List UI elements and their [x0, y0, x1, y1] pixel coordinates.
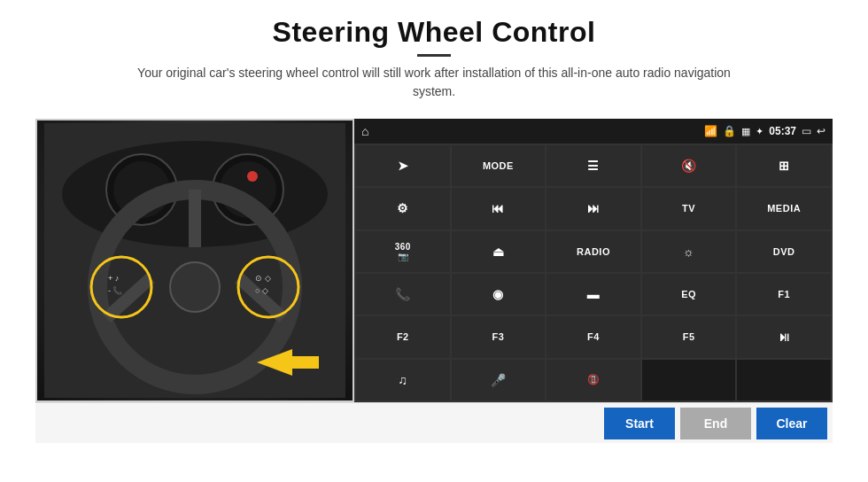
btn-next[interactable]: ⏭ — [546, 188, 640, 229]
end-button[interactable]: End — [680, 408, 751, 439]
btn-eject[interactable]: ⏏ — [452, 231, 546, 272]
svg-text:- 📞: - 📞 — [108, 285, 123, 296]
svg-text:⊙ ◇: ⊙ ◇ — [255, 274, 271, 283]
steering-wheel-bg: + ♪ - 📞 ⊙ ◇ ○ ◇ — [37, 120, 353, 400]
btn-empty1 — [642, 360, 736, 400]
btn-playpause[interactable]: ⏯ — [737, 316, 831, 357]
btn-send[interactable]: ➤ — [356, 145, 450, 186]
svg-text:○ ◇: ○ ◇ — [255, 286, 268, 295]
btn-f3[interactable]: F3 — [452, 316, 546, 357]
subtitle: Your original car's steering wheel contr… — [115, 64, 753, 101]
btn-call[interactable]: 📵 — [546, 360, 640, 400]
btn-grid[interactable]: ⊞ — [737, 145, 831, 186]
btn-mic[interactable]: 🎤 — [452, 360, 546, 400]
btn-mode[interactable]: MODE — [452, 145, 546, 186]
btn-screen[interactable]: ▬ — [546, 274, 640, 315]
wifi-icon: 📶 — [704, 125, 717, 137]
btn-settings[interactable]: ⚙ — [356, 188, 450, 229]
content-area: + ♪ - 📞 ⊙ ◇ ○ ◇ ⌂ 📶 🔒 — [35, 119, 833, 402]
home-icon[interactable]: ⌂ — [361, 124, 368, 138]
steering-wheel-photo: + ♪ - 📞 ⊙ ◇ ○ ◇ — [35, 119, 354, 402]
btn-f2[interactable]: F2 — [356, 316, 450, 357]
time-display: 05:37 — [769, 125, 796, 137]
start-button[interactable]: Start — [604, 408, 675, 439]
btn-f1[interactable]: F1 — [737, 274, 831, 315]
svg-point-11 — [170, 262, 220, 312]
btn-radio[interactable]: RADIO — [546, 231, 640, 272]
btn-music[interactable]: ♫ — [356, 360, 450, 400]
btn-media[interactable]: MEDIA — [737, 188, 831, 229]
btn-brightness[interactable]: ☼ — [642, 231, 736, 272]
btn-mute[interactable]: 🔇 — [642, 145, 736, 186]
steering-wheel-svg: + ♪ - 📞 ⊙ ◇ ○ ◇ — [44, 123, 345, 398]
bt-icon: ✦ — [756, 126, 763, 137]
title-divider — [417, 54, 451, 57]
back-icon: ↩ — [817, 125, 825, 137]
btn-tv[interactable]: TV — [642, 188, 736, 229]
page-title: Steering Wheel Control — [115, 16, 753, 49]
status-left: ⌂ — [361, 124, 368, 138]
btn-prev[interactable]: ⏮ — [452, 188, 546, 229]
android-panel: ⌂ 📶 🔒 ▦ ✦ 05:37 ▭ ↩ ➤ MODE ☰ 🔇 — [354, 119, 833, 402]
btn-gps[interactable]: ◉ — [452, 274, 546, 315]
btn-empty2 — [737, 360, 831, 400]
btn-360[interactable]: 360📷 — [356, 231, 450, 272]
screen-icon: ▭ — [802, 125, 811, 137]
svg-point-6 — [247, 171, 258, 182]
title-section: Steering Wheel Control Your original car… — [115, 16, 753, 113]
btn-eq[interactable]: EQ — [642, 274, 736, 315]
btn-f5[interactable]: F5 — [642, 316, 736, 357]
page-wrapper: Steering Wheel Control Your original car… — [0, 0, 868, 482]
btn-phone[interactable]: 📞 — [356, 274, 450, 315]
svg-text:+ ♪: + ♪ — [108, 274, 119, 283]
btn-list[interactable]: ☰ — [546, 145, 640, 186]
button-grid: ➤ MODE ☰ 🔇 ⊞ ⚙ ⏮ ⏭ TV MEDIA 360📷 ⏏ RADIO… — [354, 144, 833, 402]
status-bar: ⌂ 📶 🔒 ▦ ✦ 05:37 ▭ ↩ — [354, 119, 833, 144]
sd-icon: ▦ — [741, 126, 750, 137]
bottom-action-bar: Start End Clear — [35, 402, 833, 443]
btn-f4[interactable]: F4 — [546, 316, 640, 357]
btn-dvd[interactable]: DVD — [737, 231, 831, 272]
clear-button[interactable]: Clear — [756, 408, 827, 439]
lock-icon: 🔒 — [723, 125, 736, 137]
status-right: 📶 🔒 ▦ ✦ 05:37 ▭ ↩ — [704, 125, 825, 137]
